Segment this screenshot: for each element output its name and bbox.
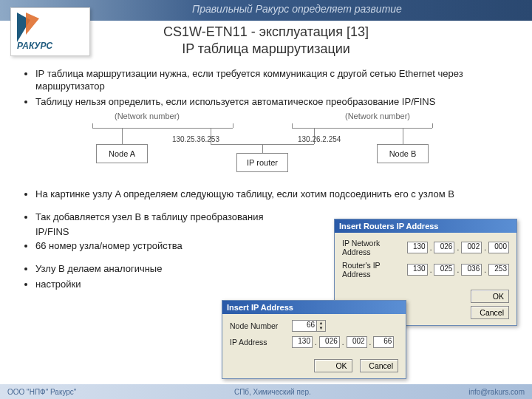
title-line-1: CS1W-ETN11 - эксплуатация [13] bbox=[163, 24, 369, 39]
cancel-button[interactable]: Cancel bbox=[471, 306, 509, 319]
footer-company: ООО "НПФ" Ракурс" bbox=[7, 388, 76, 396]
diagram-ip-left: 130.25.36.253 bbox=[172, 135, 219, 143]
node-number-input[interactable]: 66 bbox=[292, 320, 317, 332]
ok-button[interactable]: OK bbox=[471, 290, 509, 303]
diagram-router: IP router bbox=[236, 153, 288, 172]
network-label: (Network number) bbox=[345, 112, 410, 120]
dialog-title: Insert IP Address bbox=[222, 301, 406, 314]
page-title: CS1W-ETN11 - эксплуатация [13] IP таблиц… bbox=[0, 24, 532, 57]
network-diagram: (Network number) (Network number) Node A… bbox=[85, 115, 440, 181]
spinner-icon[interactable]: ▲▼ bbox=[317, 320, 326, 332]
field-label: Router's IP Address bbox=[342, 261, 403, 279]
ip-network-address-input[interactable]: 130. 026. 002. 000 bbox=[407, 242, 509, 253]
footer-address: СПб, Химический пер. bbox=[234, 388, 311, 396]
bullet: IP таблица маршрутизации нужна, если тре… bbox=[35, 68, 502, 93]
ip-address-input[interactable]: 130. 026. 002. 66 bbox=[292, 336, 394, 348]
footer-email: info@rakurs.com bbox=[468, 388, 525, 396]
bullet: На картинке узлу A определяем следующую … bbox=[35, 188, 502, 201]
dialog-title: Insert Routers IP Address bbox=[335, 219, 516, 233]
router-ip-address-input[interactable]: 130. 025. 036. 253 bbox=[407, 264, 509, 276]
network-label: (Network number) bbox=[115, 112, 180, 120]
field-label: IP Address bbox=[230, 338, 287, 347]
ok-button[interactable]: OK bbox=[314, 359, 352, 372]
diagram-ip-right: 130.26.2.254 bbox=[298, 135, 341, 143]
tagline: Правильный Ракурс определяет развитие bbox=[192, 3, 402, 15]
cancel-button[interactable]: Cancel bbox=[360, 359, 398, 372]
dialog-insert-ip-address: Insert IP Address Node Number 66 ▲▼ IP A… bbox=[222, 300, 406, 379]
title-line-2: IP таблица маршрутизации bbox=[182, 41, 350, 56]
diagram-node-a: Node A bbox=[96, 144, 148, 163]
footer: ООО "НПФ" Ракурс" СПб, Химический пер. i… bbox=[0, 384, 532, 399]
diagram-node-b: Node B bbox=[377, 144, 429, 163]
field-label: Node Number bbox=[230, 321, 287, 330]
bullet: Таблицу нельзя определить, если использу… bbox=[35, 96, 502, 109]
field-label: IP Network Address bbox=[342, 239, 403, 256]
